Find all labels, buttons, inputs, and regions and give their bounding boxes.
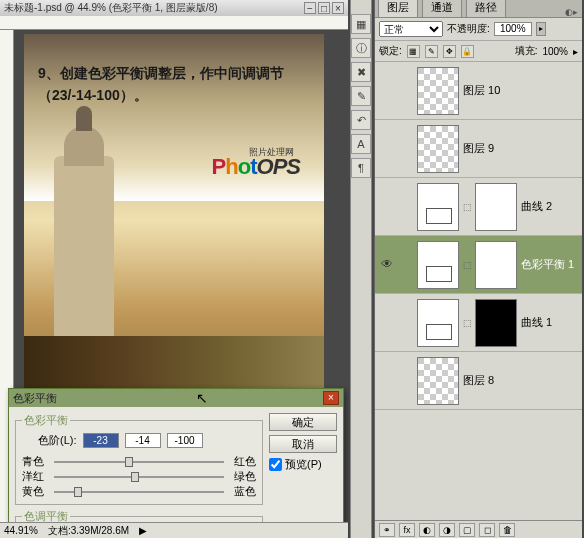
dialog-title: 色彩平衡 xyxy=(13,391,323,406)
layer-name[interactable]: 图层 9 xyxy=(463,141,578,156)
cyan-label: 青色 xyxy=(22,454,50,469)
layer-row[interactable]: 图层 9 xyxy=(375,120,582,178)
layers-list: 图层 10图层 9⬚曲线 2👁⬚色彩平衡 1⬚曲线 1图层 8 xyxy=(375,62,582,520)
doc-info: 文档:3.39M/28.6M xyxy=(48,524,129,538)
folder-icon[interactable]: ▢ xyxy=(459,523,475,537)
layer-thumb[interactable] xyxy=(417,67,459,115)
new-layer-icon[interactable]: ◻ xyxy=(479,523,495,537)
level-input-3[interactable] xyxy=(167,433,203,448)
brush-icon[interactable]: ✎ xyxy=(351,86,371,106)
canvas-image: 9、创建色彩平衡调整层，作中间调调节（23/-14-100）。 照片处理网 Ph… xyxy=(24,34,324,406)
red-label: 红色 xyxy=(228,454,256,469)
lock-move-icon[interactable]: ✥ xyxy=(443,45,456,58)
layer-row[interactable]: 图层 8 xyxy=(375,352,582,410)
layer-name[interactable]: 图层 10 xyxy=(463,83,578,98)
zoom-level[interactable]: 44.91% xyxy=(4,525,38,536)
layer-row[interactable]: 👁⬚色彩平衡 1 xyxy=(375,236,582,294)
adjustment-thumb[interactable] xyxy=(417,183,459,231)
mask-icon[interactable]: ◐ xyxy=(419,523,435,537)
levels-label: 色阶(L): xyxy=(38,433,77,448)
chain-icon[interactable]: ⬚ xyxy=(463,318,471,328)
visibility-icon[interactable] xyxy=(379,83,395,99)
opacity-field[interactable]: 100% xyxy=(494,22,532,36)
visibility-icon[interactable]: 👁 xyxy=(379,257,395,273)
dialog-titlebar[interactable]: 色彩平衡 × xyxy=(9,389,343,407)
tab-paths[interactable]: 路径 xyxy=(466,0,506,17)
document-title: 未标题-1.psd @ 44.9% (色彩平衡 1, 图层蒙版/8) xyxy=(4,1,302,15)
chain-icon[interactable]: ⬚ xyxy=(463,260,471,270)
layer-name[interactable]: 色彩平衡 1 xyxy=(521,257,578,272)
panel-menu-icon[interactable]: ◐▸ xyxy=(565,7,578,17)
document-titlebar: 未标题-1.psd @ 44.9% (色彩平衡 1, 图层蒙版/8) − □ × xyxy=(0,0,348,16)
trash-icon[interactable]: 🗑 xyxy=(499,523,515,537)
panel-footer: ⚭ fx ◐ ◑ ▢ ◻ 🗑 xyxy=(375,520,582,538)
paragraph-icon[interactable]: ¶ xyxy=(351,158,371,178)
nav-icon[interactable]: ▦ xyxy=(351,14,371,34)
lock-paint-icon[interactable]: ✎ xyxy=(425,45,438,58)
adjustment-icon[interactable]: ◑ xyxy=(439,523,455,537)
fill-arrow-icon[interactable]: ▸ xyxy=(573,46,578,57)
layer-thumb[interactable] xyxy=(417,125,459,173)
layer-thumb[interactable] xyxy=(417,357,459,405)
green-label: 绿色 xyxy=(228,469,256,484)
photops-logo: PhotOPS xyxy=(212,154,300,180)
ruler-horizontal[interactable] xyxy=(0,16,348,30)
mask-thumb[interactable] xyxy=(475,183,517,231)
minimize-button[interactable]: − xyxy=(304,2,316,14)
cancel-button[interactable]: 取消 xyxy=(269,435,337,453)
lock-label: 锁定: xyxy=(379,44,402,58)
dialog-close-button[interactable]: × xyxy=(323,391,339,405)
blend-row: 正常 不透明度: 100% ▸ xyxy=(375,18,582,41)
layer-name[interactable]: 图层 8 xyxy=(463,373,578,388)
group-legend: 色彩平衡 xyxy=(22,413,70,428)
opacity-arrow-icon[interactable]: ▸ xyxy=(536,22,546,36)
visibility-icon[interactable] xyxy=(379,199,395,215)
info-icon[interactable]: ⓘ xyxy=(351,38,371,58)
lock-row: 锁定: ▦ ✎ ✥ 🔒 填充: 100% ▸ xyxy=(375,41,582,62)
yellow-label: 黄色 xyxy=(22,484,50,499)
ok-button[interactable]: 确定 xyxy=(269,413,337,431)
visibility-icon[interactable] xyxy=(379,373,395,389)
magenta-green-slider[interactable] xyxy=(54,476,224,478)
tab-layers[interactable]: 图层 xyxy=(378,0,418,17)
level-input-1[interactable] xyxy=(83,433,119,448)
layer-name[interactable]: 曲线 1 xyxy=(521,315,578,330)
tool-icon[interactable]: ✖ xyxy=(351,62,371,82)
layer-row[interactable]: ⬚曲线 2 xyxy=(375,178,582,236)
layer-name[interactable]: 曲线 2 xyxy=(521,199,578,214)
yellow-blue-slider[interactable] xyxy=(54,491,224,493)
vertical-toolbar: ▦ ⓘ ✖ ✎ ↶ A ¶ xyxy=(350,0,372,538)
adjustment-thumb[interactable] xyxy=(417,299,459,347)
tutorial-text: 9、创建色彩平衡调整层，作中间调调节（23/-14-100）。 xyxy=(38,62,310,107)
mask-thumb[interactable] xyxy=(475,241,517,289)
opacity-label: 不透明度: xyxy=(447,22,490,36)
layers-panel: 图层 通道 路径 ◐▸ 正常 不透明度: 100% ▸ 锁定: ▦ ✎ ✥ 🔒 … xyxy=(374,0,582,538)
panel-tabs: 图层 通道 路径 ◐▸ xyxy=(375,0,582,18)
lock-trans-icon[interactable]: ▦ xyxy=(407,45,420,58)
link-layers-icon[interactable]: ⚭ xyxy=(379,523,395,537)
fill-label: 填充: xyxy=(515,44,538,58)
fill-field[interactable]: 100% xyxy=(542,46,568,57)
lock-all-icon[interactable]: 🔒 xyxy=(461,45,474,58)
cyan-red-slider[interactable] xyxy=(54,461,224,463)
mask-thumb[interactable] xyxy=(475,299,517,347)
status-bar: 44.91% 文档:3.39M/28.6M ▶ xyxy=(0,522,348,538)
color-balance-group: 色彩平衡 色阶(L): 青色 红色 洋红 绿色 xyxy=(15,413,263,505)
blend-mode-select[interactable]: 正常 xyxy=(379,21,443,37)
preview-checkbox[interactable]: 预览(P) xyxy=(269,457,337,472)
text-icon[interactable]: A xyxy=(351,134,371,154)
adjustment-thumb[interactable] xyxy=(417,241,459,289)
layer-row[interactable]: ⬚曲线 1 xyxy=(375,294,582,352)
visibility-icon[interactable] xyxy=(379,141,395,157)
visibility-icon[interactable] xyxy=(379,315,395,331)
blue-label: 蓝色 xyxy=(228,484,256,499)
chain-icon[interactable]: ⬚ xyxy=(463,202,471,212)
layer-row[interactable]: 图层 10 xyxy=(375,62,582,120)
history-icon[interactable]: ↶ xyxy=(351,110,371,130)
level-input-2[interactable] xyxy=(125,433,161,448)
magenta-label: 洋红 xyxy=(22,469,50,484)
tab-channels[interactable]: 通道 xyxy=(422,0,462,17)
close-button[interactable]: × xyxy=(332,2,344,14)
fx-icon[interactable]: fx xyxy=(399,523,415,537)
maximize-button[interactable]: □ xyxy=(318,2,330,14)
